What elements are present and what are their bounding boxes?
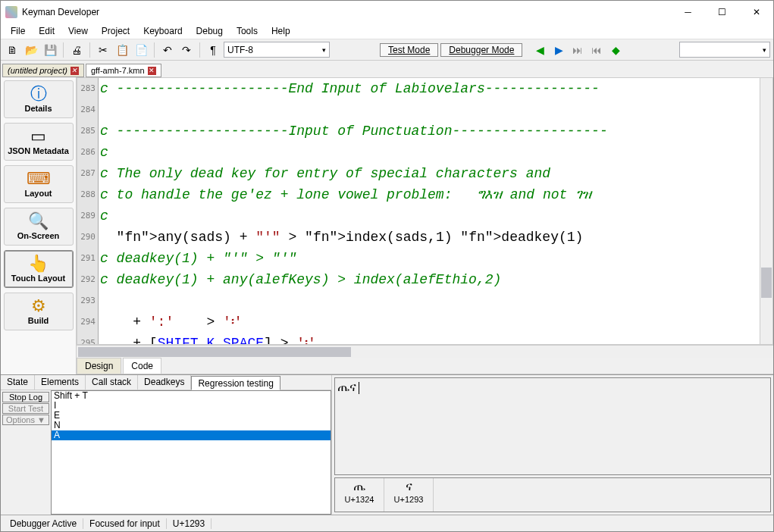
encoding-select[interactable]: UTF-8 ▾	[224, 42, 330, 58]
sidebar-layout[interactable]: ⌨Layout	[4, 165, 74, 203]
menu-tools[interactable]: Tools	[230, 24, 265, 38]
open-icon[interactable]: 📂	[23, 42, 39, 58]
copy-icon[interactable]: 📋	[114, 42, 130, 58]
debugger-mode-button[interactable]: Debugger Mode	[440, 43, 522, 57]
save-icon[interactable]: 💾	[42, 42, 58, 58]
horizontal-scrollbar[interactable]	[77, 345, 773, 358]
dtab-regression[interactable]: Regression testing	[191, 376, 280, 390]
new-icon[interactable]: 🗎	[4, 42, 20, 58]
menu-help[interactable]: Help	[265, 24, 297, 38]
info-icon: ⓘ	[6, 86, 71, 102]
start-test-button[interactable]: Start Test	[2, 403, 49, 414]
character-preview: ጤU+1324ናU+1293	[334, 477, 771, 512]
encoding-value: UTF-8	[227, 45, 253, 55]
close-icon[interactable]: ✕	[148, 67, 156, 75]
dtab-deadkeys[interactable]: Deadkeys	[138, 375, 191, 390]
close-button[interactable]: ✕	[739, 1, 773, 23]
close-icon[interactable]: ✕	[71, 67, 79, 75]
maximize-button[interactable]: ☐	[705, 1, 739, 23]
window-title: Keyman Developer	[22, 7, 671, 17]
tab-code[interactable]: Code	[123, 358, 161, 374]
menu-file[interactable]: File	[4, 24, 32, 38]
status-bar: Debugger Active Focused for input U+1293	[1, 515, 773, 531]
stop-log-button[interactable]: Stop Log	[2, 392, 49, 402]
gear-icon: ⚙	[6, 298, 71, 315]
dtab-elements[interactable]: Elements	[35, 375, 86, 390]
sidebar-onscreen[interactable]: 🔍On-Screen	[4, 208, 74, 246]
key-log-list[interactable]: Shift + TIENA	[51, 390, 331, 515]
undo-icon[interactable]: ↶	[159, 42, 176, 58]
status-unicode: U+1293	[167, 518, 212, 529]
line-gutter: 283284285286287288289290291292293294295	[77, 78, 99, 344]
onscreen-icon: 🔍	[6, 213, 71, 230]
touch-icon: 👆	[6, 255, 71, 272]
chevron-down-icon: ▾	[322, 46, 329, 54]
title-bar: Keyman Developer ─ ☐ ✕	[1, 1, 773, 23]
file-tabs: (untitled project)✕ gff-amh-7.kmn✕	[1, 61, 773, 77]
step-in-icon[interactable]: ▶	[550, 42, 567, 58]
preview-input[interactable]: ጤና	[334, 377, 771, 475]
toolbar: 🗎 📂 💾 🖨 ✂ 📋 📄 ↶ ↷ ¶ UTF-8 ▾ Test Mode De…	[1, 39, 773, 61]
step-over-icon[interactable]: ⏭	[569, 42, 586, 58]
status-debugger: Debugger Active	[4, 518, 83, 529]
minimize-button[interactable]: ─	[671, 1, 705, 23]
tab-project[interactable]: (untitled project)✕	[2, 64, 84, 77]
tab-design[interactable]: Design	[77, 358, 121, 374]
sidebar-build[interactable]: ⚙Build	[4, 293, 74, 330]
menu-debug[interactable]: Debug	[190, 24, 230, 38]
cut-icon[interactable]: ✂	[95, 42, 111, 58]
metadata-icon: ▭	[6, 128, 71, 145]
menu-project[interactable]: Project	[95, 24, 136, 38]
keyboard-icon: ⌨	[6, 171, 71, 187]
chevron-down-icon: ▾	[763, 46, 769, 54]
format-icon[interactable]: ¶	[205, 42, 221, 58]
right-select[interactable]: ▾	[679, 42, 770, 58]
code-content[interactable]: c ---------------------End Input of Labi…	[99, 78, 760, 344]
test-mode-button[interactable]: Test Mode	[380, 43, 438, 57]
dtab-state[interactable]: State	[1, 375, 35, 390]
sidebar-details[interactable]: ⓘDetails	[4, 80, 74, 118]
redo-icon[interactable]: ↷	[178, 42, 195, 58]
print-icon[interactable]: 🖨	[68, 42, 85, 58]
sidebar-touch[interactable]: 👆Touch Layout	[4, 250, 74, 288]
paste-icon[interactable]: 📄	[133, 42, 149, 58]
app-icon	[5, 6, 17, 18]
dtab-callstack[interactable]: Call stack	[86, 375, 138, 390]
tab-file[interactable]: gff-amh-7.kmn✕	[86, 64, 161, 77]
debug-tabs: State Elements Call stack Deadkeys Regre…	[1, 375, 331, 390]
step-out-icon[interactable]: ⏮	[588, 42, 605, 58]
sidebar-json[interactable]: ▭JSON Metadata	[4, 123, 74, 161]
sidebar: ⓘDetails ▭JSON Metadata ⌨Layout 🔍On-Scre…	[1, 77, 77, 374]
menu-edit[interactable]: Edit	[32, 24, 61, 38]
stop-icon[interactable]: ◆	[607, 42, 624, 58]
options-button[interactable]: Options ▼	[2, 415, 49, 425]
menu-keyboard[interactable]: Keyboard	[136, 24, 189, 38]
editor-view-tabs: Design Code	[77, 358, 773, 374]
menu-view[interactable]: View	[61, 24, 95, 38]
debug-panel: State Elements Call stack Deadkeys Regre…	[1, 374, 773, 515]
status-focus: Focused for input	[83, 518, 167, 529]
vertical-scrollbar[interactable]	[760, 78, 772, 344]
menu-bar: File Edit View Project Keyboard Debug To…	[1, 23, 773, 39]
code-editor[interactable]: 283284285286287288289290291292293294295 …	[77, 77, 773, 345]
step-back-icon[interactable]: ◀	[531, 42, 548, 58]
